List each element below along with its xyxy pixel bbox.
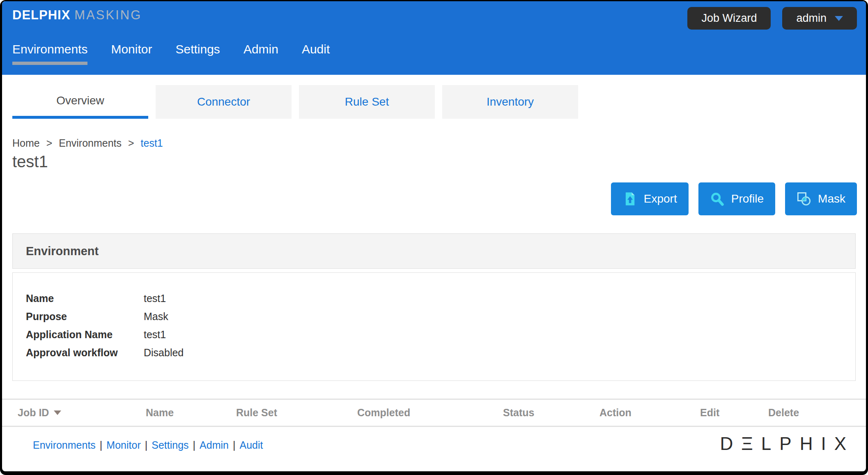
detail-label: Application Name <box>26 325 144 344</box>
tab-rule-set[interactable]: Rule Set <box>299 85 435 119</box>
detail-value: Mask <box>144 307 168 325</box>
breadcrumb-current[interactable]: test1 <box>141 137 163 149</box>
footer-link-environments[interactable]: Environments <box>33 439 96 451</box>
detail-row-application-name: Application Name test1 <box>26 325 855 344</box>
environment-panel-header: Environment <box>12 233 856 269</box>
user-menu-button[interactable]: admin <box>782 7 857 30</box>
environment-panel-body: Name test1 Purpose Mask Application Name… <box>12 272 856 381</box>
nav-item-admin[interactable]: Admin <box>243 42 278 65</box>
mask-icon <box>797 191 811 206</box>
app-page: DELPHIXMASKING Job Wizard admin Environm… <box>2 1 866 471</box>
brand-logo: DELPHIXMASKING <box>12 8 142 23</box>
column-header-name[interactable]: Name <box>146 407 236 419</box>
breadcrumb-separator: > <box>128 137 134 149</box>
app-header: DELPHIXMASKING Job Wizard admin Environm… <box>2 1 866 75</box>
export-button[interactable]: Export <box>611 182 689 215</box>
column-header-job-id[interactable]: Job ID <box>18 407 146 419</box>
detail-value: Disabled <box>144 344 184 362</box>
search-icon <box>710 191 725 206</box>
detail-value: test1 <box>144 289 166 307</box>
detail-value: test1 <box>144 325 166 344</box>
breadcrumb-environments[interactable]: Environments <box>59 137 122 149</box>
job-wizard-button[interactable]: Job Wizard <box>687 7 771 30</box>
column-header-label: Job ID <box>18 407 49 419</box>
footer-separator: | <box>145 439 148 451</box>
detail-label: Name <box>26 289 144 307</box>
detail-row-name: Name test1 <box>26 289 855 307</box>
main-nav: Environments Monitor Settings Admin Audi… <box>12 42 330 65</box>
footer: Environments|Monitor|Settings|Admin|Audi… <box>2 427 866 451</box>
tab-inventory[interactable]: Inventory <box>442 85 578 119</box>
nav-item-monitor[interactable]: Monitor <box>111 42 152 65</box>
profile-button[interactable]: Profile <box>698 182 775 215</box>
footer-link-audit[interactable]: Audit <box>239 439 263 451</box>
breadcrumb-separator: > <box>46 137 53 149</box>
footer-link-settings[interactable]: Settings <box>152 439 188 451</box>
footer-separator: | <box>100 439 103 451</box>
action-buttons: Export Profile Mask <box>2 182 857 215</box>
column-header-action[interactable]: Action <box>599 407 700 419</box>
delphix-wordmark-logo: DΞLPHIX <box>720 433 854 454</box>
nav-item-settings[interactable]: Settings <box>175 42 220 65</box>
profile-button-label: Profile <box>731 192 764 205</box>
footer-link-monitor[interactable]: Monitor <box>106 439 140 451</box>
breadcrumb-home[interactable]: Home <box>12 137 40 149</box>
column-header-delete[interactable]: Delete <box>768 407 799 419</box>
column-header-completed[interactable]: Completed <box>357 407 503 419</box>
chevron-down-icon <box>835 16 843 21</box>
page-title: test1 <box>12 152 866 171</box>
mask-button[interactable]: Mask <box>785 182 857 215</box>
environment-panel: Environment Name test1 Purpose Mask Appl… <box>12 233 856 381</box>
export-button-label: Export <box>644 192 677 205</box>
breadcrumb: Home > Environments > test1 <box>12 137 866 149</box>
footer-link-admin[interactable]: Admin <box>200 439 229 451</box>
footer-separator: | <box>233 439 236 451</box>
column-header-rule-set[interactable]: Rule Set <box>236 407 357 419</box>
detail-row-approval-workflow: Approval workflow Disabled <box>26 344 855 362</box>
sort-desc-icon <box>54 410 61 415</box>
window-frame: DELPHIXMASKING Job Wizard admin Environm… <box>0 0 868 475</box>
nav-item-environments[interactable]: Environments <box>12 42 87 65</box>
user-menu-label: admin <box>796 12 827 25</box>
jobs-table-header: Job ID Name Rule Set Completed Status Ac… <box>2 399 866 427</box>
nav-item-audit[interactable]: Audit <box>302 42 330 65</box>
export-icon <box>622 191 637 206</box>
detail-label: Approval workflow <box>26 344 144 362</box>
brand-secondary: MASKING <box>74 8 142 22</box>
subtabs: Overview Connector Rule Set Inventory <box>12 85 856 119</box>
tab-overview[interactable]: Overview <box>12 85 148 119</box>
detail-row-purpose: Purpose Mask <box>26 307 855 325</box>
column-header-edit[interactable]: Edit <box>700 407 768 419</box>
mask-button-label: Mask <box>818 192 845 205</box>
column-header-status[interactable]: Status <box>503 407 599 419</box>
header-buttons: Job Wizard admin <box>687 7 857 30</box>
footer-separator: | <box>193 439 196 451</box>
detail-label: Purpose <box>26 307 144 325</box>
tab-connector[interactable]: Connector <box>156 85 292 119</box>
brand-primary: DELPHIX <box>12 8 70 22</box>
